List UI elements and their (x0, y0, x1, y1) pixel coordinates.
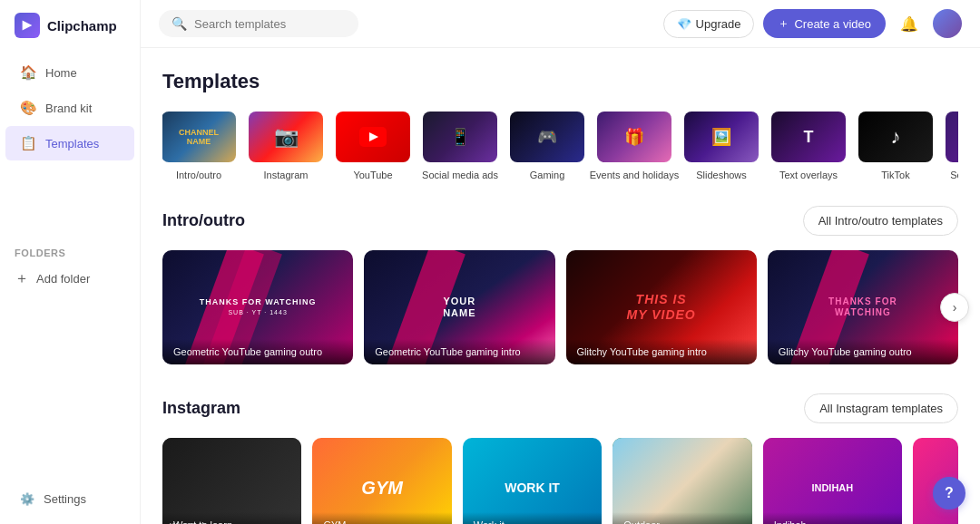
template-card-glitchy-outro[interactable]: THANKS FORWATCHING Glitchy YouTube gamin… (768, 250, 958, 364)
instagram-section-header: Instagram All Instagram templates (162, 393, 958, 423)
home-icon: 🏠 (20, 64, 36, 81)
sidebar-item-brand-kit[interactable]: 🎨 Brand kit (5, 91, 134, 125)
category-slideshows[interactable]: 🖼️ Slideshows (685, 112, 758, 180)
category-intro-outro[interactable]: CHANNELNAME Intro/outro (162, 112, 235, 180)
create-label: Create a video (794, 17, 871, 31)
category-social-ads[interactable]: 📱 Social media ads (424, 112, 496, 180)
page-title: Templates (162, 70, 958, 93)
category-thumb-handles: @ (946, 112, 958, 162)
insta-text-2: GYM (361, 478, 403, 499)
card-text-3: THIS ISMY VIDEO (623, 288, 700, 326)
search-input[interactable] (194, 17, 346, 31)
topbar-right: 💎 Upgrade ＋ Create a video 🔔 (663, 9, 962, 38)
category-thumb-instagram: 📷 (249, 112, 323, 162)
help-button[interactable]: ? (933, 477, 965, 509)
logo-icon (15, 13, 40, 38)
template-card-insta-3[interactable]: WORK IT Work it (463, 438, 602, 524)
insta-text-3: WORK IT (505, 480, 560, 495)
sidebar-item-brand-kit-label: Brand kit (45, 102, 92, 115)
category-row: CHANNELNAME Intro/outro 📷 Instagram (162, 112, 958, 180)
card-label-2: Geometric YouTube gaming intro (364, 339, 554, 364)
intro-outro-cards: THANKS FOR WATCHINGSUB · YT · 1443 Geome… (162, 250, 958, 364)
category-tiktok[interactable]: ♪ TikTok (859, 112, 932, 180)
logo[interactable]: Clipchamp (0, 0, 140, 51)
category-instagram[interactable]: 📷 Instagram (250, 112, 322, 180)
settings-label: Settings (44, 492, 86, 506)
category-thumb-intro: CHANNELNAME (162, 112, 236, 162)
intro-outro-section-header: Intro/outro All Intro/outro templates (162, 206, 958, 236)
avatar[interactable] (933, 9, 962, 38)
add-folder-label: Add folder (36, 272, 90, 286)
sidebar-bottom: ⚙️ Settings (0, 474, 140, 524)
category-thumb-tiktok: ♪ (858, 112, 933, 162)
upgrade-button[interactable]: 💎 Upgrade (663, 10, 755, 38)
insta-label-2: GYM (312, 512, 451, 524)
insta-card-inner-2: GYM (312, 438, 451, 524)
insta-card-inner-3: WORK IT (463, 438, 602, 524)
category-label-text: Text overlays (779, 170, 838, 180)
logo-text: Clipchamp (47, 18, 117, 34)
sidebar-item-home-label: Home (45, 66, 77, 80)
card-text-2: YOURNAME (439, 292, 479, 323)
category-thumb-text: T (771, 112, 846, 162)
category-label-instagram: Instagram (264, 170, 309, 180)
category-text-overlays[interactable]: T Text overlays (772, 112, 845, 180)
template-card-insta-4[interactable]: Outdoor (612, 438, 751, 524)
template-card-insta-2[interactable]: GYM GYM (312, 438, 451, 524)
create-video-button[interactable]: ＋ Create a video (763, 9, 886, 38)
category-thumb-events: 🎁 (597, 112, 671, 162)
folders-label: FOLDERS (0, 237, 140, 262)
category-events[interactable]: 🎁 Events and holidays (598, 112, 671, 180)
settings-button[interactable]: ⚙️ Settings (5, 483, 134, 515)
diamond-icon: 💎 (677, 17, 691, 31)
category-label-gaming: Gaming (530, 170, 565, 180)
insta-card-inner-1: Want to learn (162, 438, 301, 524)
intro-outro-title: Intro/outro (162, 211, 245, 230)
insta-label-3: Work it (463, 512, 602, 524)
category-thumb-social: 📱 (423, 112, 497, 162)
plus-create-icon: ＋ (778, 15, 789, 32)
template-card-geometric-outro[interactable]: THANKS FOR WATCHINGSUB · YT · 1443 Geome… (162, 250, 353, 364)
youtube-play-icon (359, 127, 387, 147)
template-card-geometric-intro[interactable]: YOURNAME Geometric YouTube gaming intro (364, 250, 554, 364)
plus-icon: ＋ (15, 269, 29, 288)
category-label-slides: Slideshows (696, 170, 747, 180)
intro-outro-next-button[interactable]: › (940, 293, 969, 322)
search-box[interactable]: 🔍 (159, 10, 358, 37)
template-card-insta-5[interactable]: INDIHAH Indihah (763, 438, 902, 524)
add-folder-button[interactable]: ＋ Add folder (0, 262, 140, 296)
help-icon: ? (945, 485, 954, 501)
category-social-handles[interactable]: @ Social handles (946, 112, 958, 180)
sidebar-item-templates[interactable]: 📋 Templates (5, 126, 134, 160)
notifications-button[interactable]: 🔔 (895, 9, 924, 38)
template-card-insta-1[interactable]: Want to learn Want to learn (162, 438, 301, 524)
sidebar-nav: 🏠 Home 🎨 Brand kit 📋 Templates (0, 51, 140, 237)
all-instagram-button[interactable]: All Instagram templates (804, 393, 958, 423)
templates-icon: 📋 (20, 135, 36, 151)
insta-bg-1: Want to learn (162, 438, 301, 524)
topbar: 🔍 💎 Upgrade ＋ Create a video 🔔 (141, 0, 980, 48)
settings-icon: ⚙️ (20, 492, 34, 506)
template-card-glitchy-intro[interactable]: THIS ISMY VIDEO Glitchy YouTube gaming i… (566, 250, 757, 364)
card-label-4: Glitchy YouTube gaming outro (768, 339, 958, 364)
insta-text-5: INDIHAH (811, 482, 853, 493)
category-youtube[interactable]: YouTube (337, 112, 409, 180)
category-thumb-gaming: 🎮 (510, 112, 584, 162)
category-gaming[interactable]: 🎮 Gaming (511, 112, 583, 180)
category-label-intro: Intro/outro (176, 170, 221, 180)
category-label-events: Events and holidays (590, 170, 679, 180)
upgrade-label: Upgrade (696, 17, 741, 31)
all-intro-outro-button[interactable]: All Intro/outro templates (803, 206, 958, 236)
insta-label-4: Outdoor (612, 512, 751, 524)
category-thumb-youtube (336, 112, 410, 162)
insta-label-5: Indihah (763, 512, 902, 524)
category-label-youtube: YouTube (353, 170, 392, 180)
insta-bg-4 (612, 438, 751, 524)
category-label-handles: Social handles (950, 170, 958, 180)
sidebar: Clipchamp 🏠 Home 🎨 Brand kit 📋 Templates… (0, 0, 141, 524)
card-text-4: THANKS FORWATCHING (825, 293, 901, 322)
category-label-tiktok: TikTok (881, 170, 909, 180)
content-area: Templates CHANNELNAME Intro/outro 📷 (141, 48, 980, 524)
sidebar-item-home[interactable]: 🏠 Home (5, 55, 134, 90)
category-label-social: Social media ads (422, 170, 498, 180)
